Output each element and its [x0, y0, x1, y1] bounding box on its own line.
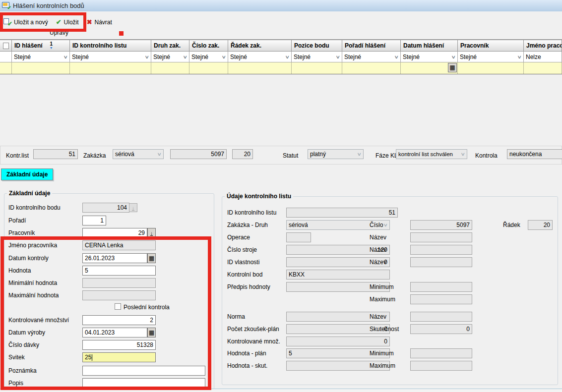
- maximum-field: [410, 361, 472, 371]
- radek-label: Řádek: [503, 222, 520, 228]
- back-button[interactable]: ✖ Návrat: [87, 18, 112, 26]
- app-window: ✔ Hlášení kontrolních bodů ✔ Uložit a no…: [0, 0, 562, 392]
- filter-radek-zak[interactable]: Stejné ∨: [228, 52, 292, 62]
- cislo-field: 5097: [410, 220, 472, 230]
- kontrolni-bod-field: KBXX: [286, 270, 390, 280]
- grid-column-pozice-bodu: Pozice bodu Stejné ∨: [292, 40, 342, 74]
- grid-column-id-hlaseni: ID hlášení 1 ▼ Stejné ∨: [12, 40, 70, 74]
- column-header-jmeno-pracovnika[interactable]: Jméno pracovníka: [524, 40, 562, 52]
- column-label: ID hlášení: [14, 42, 43, 49]
- filter-pozice-bodu[interactable]: Stejné ∨: [292, 52, 342, 62]
- kontr-list-label: Kontr.list: [6, 152, 29, 159]
- tab-zakladni-udaje[interactable]: Základní údaje: [1, 168, 53, 180]
- chevron-down-icon: ∨: [357, 152, 362, 157]
- grid-column-select: [0, 40, 12, 74]
- column-header-pozice-bodu[interactable]: Pozice bodu: [292, 40, 342, 52]
- statut-label: Statut: [283, 152, 298, 159]
- filter-id-hlaseni[interactable]: Stejné ∨: [12, 52, 70, 62]
- column-header-id-kontrolniho-listu[interactable]: ID kontrolního listu: [70, 40, 151, 52]
- back-icon: ✖: [87, 18, 92, 26]
- predpis-hodnoty-label: Předpis hodnoty: [227, 283, 270, 290]
- grid-cell-radek-zak[interactable]: [228, 62, 292, 74]
- chevron-down-icon: ∨: [383, 223, 388, 227]
- id-kontrolniho-listu-label: ID kontrolního listu: [227, 209, 276, 216]
- grid-cell-pozice-bodu[interactable]: [292, 62, 342, 74]
- column-header-cislo-zak[interactable]: Číslo zak.: [189, 40, 228, 52]
- chevron-down-icon: ∨: [461, 152, 466, 157]
- column-header-radek-zak[interactable]: Řádek zak.: [228, 40, 292, 52]
- group-udaje-kontrolniho-listu: Údaje kontrolního listu ID kontrolního l…: [222, 196, 558, 385]
- column-header-id-hlaseni[interactable]: ID hlášení 1 ▼: [12, 40, 70, 52]
- filter-poradi-hlaseni[interactable]: Stejné ∨: [342, 52, 401, 62]
- id-kontrolniho-bodu-spin-button: ↓: [129, 203, 137, 212]
- filter-pracovnik[interactable]: Stejné ∨: [458, 52, 524, 62]
- chevron-down-icon: ∨: [451, 55, 456, 59]
- zakazka-cislo-field: 5097: [170, 149, 227, 159]
- grid-column-datum-hlaseni: Datum hlášení Stejné ∨ ▦: [401, 40, 458, 74]
- app-icon: ✔: [2, 2, 10, 9]
- date-picker-button[interactable]: ▦: [448, 63, 457, 72]
- kontrolovane-mnoz-label: Kontrolované množ.: [227, 338, 280, 345]
- nazev-label: Název: [370, 259, 386, 266]
- grid-cell-jmeno-pracovnika[interactable]: [524, 62, 562, 74]
- calendar-icon: ▦: [449, 65, 455, 70]
- grid-column-id-kontrolniho-listu: ID kontrolního listu Stejné ∨: [70, 40, 151, 74]
- operace-label: Operace: [227, 234, 250, 241]
- grid-column-radek-zak: Řádek zak. Stejné ∨: [228, 40, 292, 74]
- chevron-down-icon: ∨: [517, 55, 522, 59]
- filter-cislo-zak[interactable]: Stejné ∨: [189, 52, 228, 62]
- chevron-down-icon: ∨: [157, 152, 162, 157]
- nazev-label: Název: [370, 234, 386, 241]
- arrow-down-icon: ↓: [150, 230, 153, 236]
- chevron-down-icon: ∨: [394, 55, 399, 59]
- column-header-pracovnik[interactable]: Pracovník: [458, 40, 524, 52]
- grid-cell-datum-hlaseni[interactable]: ▦: [401, 62, 458, 74]
- grid-cell-poradi-hlaseni[interactable]: [342, 62, 401, 74]
- filter-datum-hlaseni[interactable]: Stejné ∨: [401, 52, 458, 62]
- column-header-poradi-hlaseni[interactable]: Pořadí hlášení: [342, 40, 401, 52]
- statut-dropdown: platný∨: [308, 149, 364, 159]
- minimum-label: Minimum: [370, 283, 394, 290]
- grid-cell-druh-zak[interactable]: [151, 62, 189, 74]
- nazev-label: Název: [370, 313, 386, 320]
- hodnota-skut-label: Hodnota - skut.: [227, 362, 267, 369]
- filter-id-kontrolniho-listu[interactable]: Stejné ∨: [70, 52, 151, 62]
- chevron-down-icon: ∨: [285, 55, 290, 59]
- faze-kl-label: Fáze KL: [375, 152, 398, 159]
- maximum-field: [410, 294, 472, 304]
- nazev-field: [410, 232, 472, 242]
- column-header-datum-hlaseni[interactable]: Datum hlášení: [401, 40, 458, 52]
- norma-label: Norma: [227, 313, 245, 320]
- select-all-checkbox[interactable]: [3, 43, 9, 49]
- grid-cell-id-hlaseni[interactable]: [12, 62, 70, 74]
- column-header-druh-zak[interactable]: Druh zak.: [151, 40, 189, 52]
- chevron-down-icon: ∨: [336, 55, 341, 59]
- zakazka-druh-dropdown: sériová∨: [113, 149, 164, 159]
- kontrola-field: neukončena: [507, 149, 562, 159]
- grid-cell-select[interactable]: [0, 62, 12, 74]
- cislo-label: Číslo: [370, 222, 383, 228]
- grid-column-pracovnik: Pracovník Stejné ∨: [458, 40, 524, 74]
- poradi-field[interactable]: 1: [82, 216, 106, 225]
- grid-cell-pracovnik[interactable]: [458, 62, 524, 74]
- minimum-label: Minimum: [370, 350, 394, 357]
- grid-cell-id-kontrolniho-listu[interactable]: [70, 62, 151, 74]
- filter-druh-zak[interactable]: Stejné ∨: [151, 52, 189, 62]
- highlight-rectangle-toolbar: [0, 12, 86, 32]
- filter-select: [0, 52, 12, 62]
- poradi-label: Pořadí: [8, 217, 26, 224]
- group-title: Údaje kontrolního listu: [225, 193, 293, 200]
- maximum-label: Maximum: [370, 296, 395, 303]
- filter-jmeno-pracovnika[interactable]: Nelze: [524, 52, 562, 62]
- id-vlastnosti-label: ID vlastnosti: [227, 259, 259, 266]
- back-label: Návrat: [95, 19, 112, 26]
- hodnota-plan-label: Hodnota - plán: [227, 350, 266, 357]
- grid-column-druh-zak: Druh zak. Stejné ∨: [151, 40, 189, 74]
- chevron-down-icon: ∨: [63, 55, 68, 59]
- zakazka-druh-label: Zakázka - Druh: [227, 222, 268, 228]
- chevron-down-icon: ∨: [183, 55, 188, 59]
- group-title: Základní údaje: [7, 190, 52, 197]
- minimum-field: [410, 348, 472, 358]
- arrow-down-icon: ↓: [132, 205, 134, 211]
- grid-cell-cislo-zak[interactable]: [189, 62, 228, 74]
